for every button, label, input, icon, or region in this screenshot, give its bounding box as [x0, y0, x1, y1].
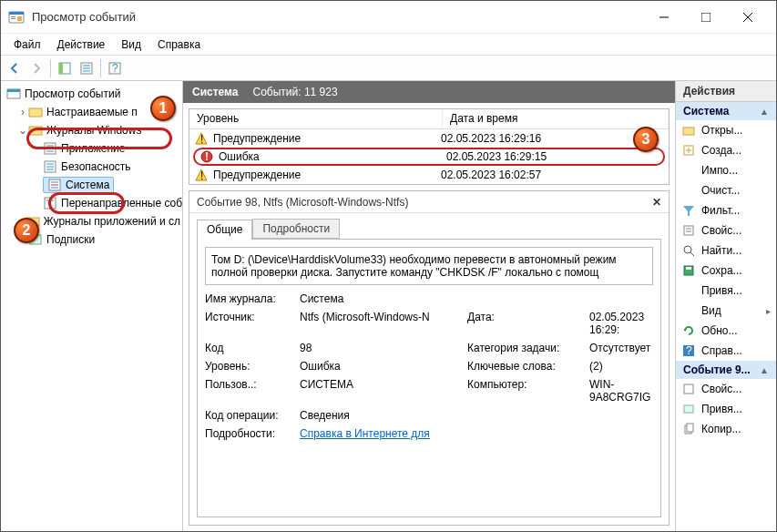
keywords-label: Ключевые слова:	[467, 360, 586, 373]
action-properties[interactable]: Свойс...	[676, 220, 776, 240]
tab-general[interactable]: Общие	[197, 220, 252, 240]
svg-rect-20	[29, 127, 42, 135]
toolbar: ?	[1, 56, 776, 81]
event-row[interactable]: !Предупреждение 02.05.2023 16:29:16	[189, 129, 669, 148]
expand-icon[interactable]: ›	[17, 106, 28, 118]
close-detail-icon[interactable]: ✕	[652, 196, 661, 209]
event-row-selected[interactable]: !Ошибка 02.05.2023 16:29:15	[193, 148, 665, 166]
action-view[interactable]: Вид▸	[676, 301, 776, 321]
copy-icon	[681, 422, 696, 436]
titlebar: Просмотр событий	[1, 1, 776, 34]
properties-button[interactable]	[77, 58, 97, 78]
tree-security[interactable]: Безопасность	[3, 158, 180, 176]
tree-winlogs-label: Журналы Windows	[46, 124, 141, 137]
action-attach[interactable]: Привя...	[676, 281, 776, 301]
action-event-properties[interactable]: Свойс...	[676, 379, 776, 399]
refresh-icon	[681, 323, 696, 338]
svg-rect-3	[11, 18, 15, 19]
clear-icon	[681, 183, 696, 198]
user-label: Пользов..:	[205, 378, 296, 404]
tree-app-label: Приложение	[61, 142, 125, 155]
tab-body: Том D: (\Device\HarddiskVolume33) необхо…	[197, 239, 661, 517]
properties-icon	[681, 223, 696, 238]
event-date: 02.05.2023 16:29:15	[446, 150, 658, 163]
svg-rect-18	[7, 89, 20, 92]
event-detail-title: Событие 98, Ntfs (Microsoft-Windows-Ntfs…	[197, 196, 408, 209]
close-button[interactable]	[727, 1, 769, 34]
minimize-button[interactable]	[643, 1, 685, 34]
tree-system[interactable]: Система	[3, 176, 180, 194]
opcode-value: Сведения	[300, 409, 464, 422]
maximize-button[interactable]	[685, 1, 727, 34]
code-value: 98	[300, 342, 464, 354]
action-refresh[interactable]: Обно...	[676, 321, 776, 341]
actions-section-system: Система▲	[676, 102, 776, 120]
date-label: Дата:	[467, 311, 586, 336]
log-icon	[43, 141, 57, 156]
create-icon	[681, 143, 696, 158]
tree-security-label: Безопасность	[61, 160, 131, 173]
col-level[interactable]: Уровень	[189, 109, 443, 128]
event-list-header: Уровень Дата и время	[189, 109, 669, 129]
svg-rect-59	[684, 405, 693, 413]
svg-rect-43	[683, 128, 694, 135]
tree-application[interactable]: Приложение	[3, 139, 180, 158]
svg-rect-48	[684, 226, 693, 235]
action-clear[interactable]: Очист...	[676, 180, 776, 200]
menu-help[interactable]: Справка	[150, 36, 208, 53]
date-value: 02.05.2023 16:29:	[589, 311, 653, 336]
main-area: Просмотр событий › Настраиваемые п ⌄ Жур…	[1, 81, 776, 531]
find-icon	[681, 243, 696, 258]
collapse-icon[interactable]: ▲	[760, 365, 769, 375]
app-icon	[8, 9, 25, 26]
tree-custom-label: Настраиваемые п	[46, 106, 138, 118]
back-button[interactable]	[5, 58, 25, 78]
category-value: Отсутствует	[589, 342, 653, 354]
action-help[interactable]: ?Справ...	[676, 341, 776, 361]
menu-file[interactable]: Файл	[6, 36, 48, 53]
forward-button[interactable]	[26, 58, 46, 78]
tree-windows-logs[interactable]: ⌄ Журналы Windows	[3, 121, 180, 139]
col-date[interactable]: Дата и время	[443, 109, 669, 128]
action-copy[interactable]: Копир...	[676, 419, 776, 439]
log-icon	[43, 159, 57, 174]
action-find[interactable]: Найти...	[676, 240, 776, 261]
action-event-attach[interactable]: Привя...	[676, 399, 776, 419]
info-link[interactable]: Справка в Интернете для	[300, 427, 464, 440]
action-create[interactable]: Созда...	[676, 140, 776, 160]
action-import[interactable]: Импо...	[676, 160, 776, 180]
source-value: Ntfs (Microsoft-Windows-N	[300, 311, 464, 336]
collapse-icon[interactable]: ▲	[760, 107, 769, 117]
tab-details[interactable]: Подробности	[252, 219, 340, 239]
show-tree-button[interactable]	[55, 58, 75, 78]
svg-rect-58	[684, 384, 693, 394]
annotation-badge: 2	[14, 218, 39, 243]
menu-view[interactable]: Вид	[114, 36, 148, 53]
help-button[interactable]: ?	[105, 58, 125, 78]
action-filter[interactable]: Фильт...	[676, 200, 776, 220]
import-icon	[681, 163, 696, 178]
svg-rect-19	[29, 108, 42, 117]
eventviewer-icon	[6, 87, 21, 101]
actions-section-event: Событие 9...▲	[676, 361, 776, 379]
error-icon: !	[200, 150, 213, 163]
source-label: Источник:	[205, 311, 296, 336]
toolbar-separator	[50, 59, 51, 77]
folder-icon	[28, 105, 43, 119]
menu-action[interactable]: Действие	[50, 36, 113, 53]
svg-text:?: ?	[112, 62, 118, 75]
code-label: Код	[205, 342, 296, 354]
action-open[interactable]: Откры...	[676, 120, 776, 140]
svg-line-52	[690, 252, 694, 256]
action-save[interactable]: Сохра...	[676, 261, 776, 281]
event-date: 02.05.2023 16:29:16	[441, 132, 663, 145]
warning-icon: !	[195, 169, 208, 181]
event-detail-header: Событие 98, Ntfs (Microsoft-Windows-Ntfs…	[189, 191, 669, 213]
collapse-icon[interactable]: ⌄	[17, 124, 28, 137]
tree-forwarded[interactable]: Перенаправленные соб	[3, 194, 180, 212]
svg-rect-10	[59, 63, 63, 74]
event-row[interactable]: !Предупреждение 02.05.2023 16:02:57	[189, 166, 669, 184]
tree-root-label: Просмотр событий	[25, 87, 120, 100]
attach-icon	[681, 402, 696, 416]
actions-panel: Действия Система▲ Откры... Созда... Импо…	[676, 81, 776, 531]
